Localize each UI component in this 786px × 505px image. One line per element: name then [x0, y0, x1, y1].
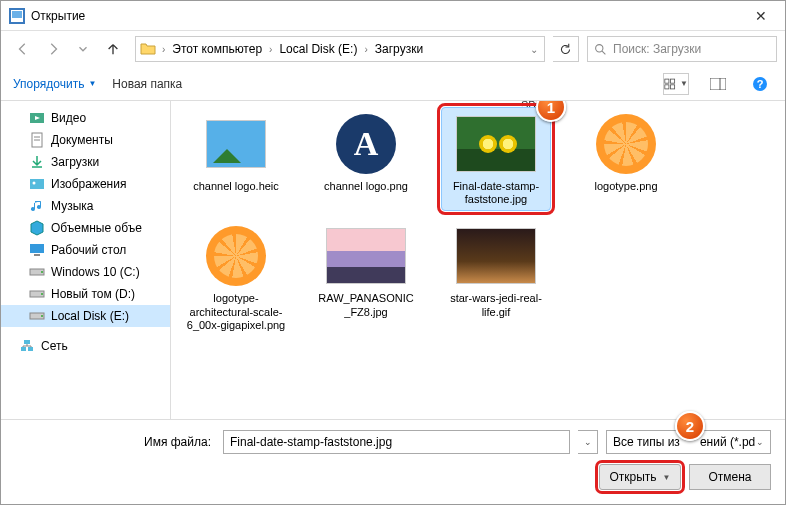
filetype-filter[interactable]: Все типы из ений (*.pdn ⌄ 2	[606, 430, 771, 454]
file-item-selected[interactable]: 1 Final-date-stamp-faststone.jpg	[441, 107, 551, 211]
documents-icon	[29, 132, 45, 148]
file-item[interactable]: logotype.png	[571, 107, 681, 211]
chevron-down-icon[interactable]: ⌄	[528, 44, 540, 55]
drive-icon	[29, 286, 45, 302]
svg-rect-6	[671, 79, 675, 83]
forward-button[interactable]	[39, 36, 67, 62]
music-icon	[29, 198, 45, 214]
svg-point-19	[33, 182, 36, 185]
view-mode-button[interactable]: ▼	[663, 73, 689, 95]
svg-rect-29	[28, 347, 33, 351]
svg-line-4	[602, 51, 605, 54]
callout-2: 2	[675, 411, 705, 441]
thumbnail-logo-icon: A	[336, 114, 396, 174]
file-item[interactable]: logotype-architectural-scale-6_00x-gigap…	[181, 219, 291, 337]
objects3d-icon	[29, 220, 45, 236]
open-button[interactable]: Открыть▼	[599, 464, 681, 490]
breadcrumb-folder[interactable]: Загрузки	[374, 40, 424, 58]
drive-icon	[29, 308, 45, 324]
tree-item-network[interactable]: Сеть	[1, 335, 170, 357]
svg-rect-20	[30, 244, 44, 253]
preview-pane-button[interactable]	[705, 73, 731, 95]
file-item[interactable]: channel logo.heic	[181, 107, 291, 211]
svg-rect-2	[12, 11, 22, 18]
up-button[interactable]	[99, 36, 127, 62]
help-button[interactable]: ?	[747, 73, 773, 95]
svg-point-3	[596, 44, 603, 51]
close-button[interactable]: ✕	[741, 1, 781, 31]
filename-history-dropdown[interactable]: ⌄	[578, 430, 598, 454]
svg-rect-9	[710, 78, 726, 90]
tree-item-music[interactable]: Музыка	[1, 195, 170, 217]
app-icon	[9, 8, 25, 24]
pictures-icon	[29, 176, 45, 192]
address-bar[interactable]: › Этот компьютер › Local Disk (E:) › Заг…	[135, 36, 545, 62]
breadcrumb-root[interactable]: Этот компьютер	[171, 40, 263, 58]
thumbnail-generic-icon	[206, 120, 266, 168]
file-item[interactable]: star-wars-jedi-real-life.gif	[441, 219, 551, 337]
open-dialog: Открытие ✕ › Этот компьютер › Local Disk…	[0, 0, 786, 505]
cancel-button[interactable]: Отмена	[689, 464, 771, 490]
svg-point-27	[41, 315, 43, 317]
tree-item-desktop[interactable]: Рабочий стол	[1, 239, 170, 261]
thumbnail-logo-icon	[206, 226, 266, 286]
new-folder-button[interactable]: Новая папка	[112, 77, 182, 91]
svg-rect-7	[665, 84, 669, 88]
svg-rect-30	[24, 340, 30, 344]
dialog-footer: Имя файла: ⌄ Все типы из ений (*.pdn ⌄ 2…	[1, 419, 785, 504]
drive-icon	[29, 264, 45, 280]
refresh-button[interactable]	[553, 36, 579, 62]
search-placeholder: Поиск: Загрузки	[613, 42, 701, 56]
thumbnail-photo-icon	[456, 116, 536, 172]
desktop-icon	[29, 242, 45, 258]
chevron-right-icon: ›	[267, 44, 274, 55]
folder-icon	[140, 41, 156, 57]
thumbnail-photo-icon	[456, 228, 536, 284]
svg-rect-28	[21, 347, 26, 351]
breadcrumb-drive[interactable]: Local Disk (E:)	[278, 40, 358, 58]
video-icon	[29, 110, 45, 126]
tree-item-drive-c[interactable]: Windows 10 (C:)	[1, 261, 170, 283]
network-icon	[19, 338, 35, 354]
callout-1: 1	[536, 101, 566, 122]
tree-item-video[interactable]: Видео	[1, 107, 170, 129]
chevron-right-icon: ›	[160, 44, 167, 55]
tree-item-drive-d[interactable]: Новый том (D:)	[1, 283, 170, 305]
svg-point-23	[41, 271, 43, 273]
recent-dropdown[interactable]	[69, 36, 97, 62]
nav-row: › Этот компьютер › Local Disk (E:) › Заг…	[1, 31, 785, 67]
tree-item-pictures[interactable]: Изображения	[1, 173, 170, 195]
filename-label: Имя файла:	[15, 435, 215, 449]
search-icon	[594, 43, 607, 56]
filename-input[interactable]	[223, 430, 570, 454]
thumbnail-logo-icon	[596, 114, 656, 174]
svg-rect-18	[30, 179, 44, 189]
tree-item-drive-e[interactable]: Local Disk (E:)	[1, 305, 170, 327]
tree-item-documents[interactable]: Документы	[1, 129, 170, 151]
thumbnail-photo-icon	[326, 228, 406, 284]
svg-rect-8	[671, 84, 675, 88]
tree-item-3dobjects[interactable]: Объемные объе	[1, 217, 170, 239]
nav-tree: Видео Документы Загрузки Изображения Муз…	[1, 101, 171, 419]
svg-point-25	[41, 293, 43, 295]
file-item[interactable]: A channel logo.png	[311, 107, 421, 211]
file-pane[interactable]: SB-T-9 channel logo.heic A channel logo.…	[171, 101, 785, 419]
organize-menu[interactable]: Упорядочить▼	[13, 77, 96, 91]
search-input[interactable]: Поиск: Загрузки	[587, 36, 777, 62]
dialog-body: Видео Документы Загрузки Изображения Муз…	[1, 101, 785, 419]
back-button[interactable]	[9, 36, 37, 62]
chevron-right-icon: ›	[362, 44, 369, 55]
window-title: Открытие	[31, 9, 741, 23]
toolbar: Упорядочить▼ Новая папка ▼ ?	[1, 67, 785, 101]
file-item[interactable]: RAW_PANASONIC_FZ8.jpg	[311, 219, 421, 337]
downloads-icon	[29, 154, 45, 170]
svg-text:?: ?	[757, 78, 764, 90]
svg-rect-5	[665, 79, 669, 83]
tree-item-downloads[interactable]: Загрузки	[1, 151, 170, 173]
svg-rect-21	[34, 254, 40, 256]
titlebar: Открытие ✕	[1, 1, 785, 31]
